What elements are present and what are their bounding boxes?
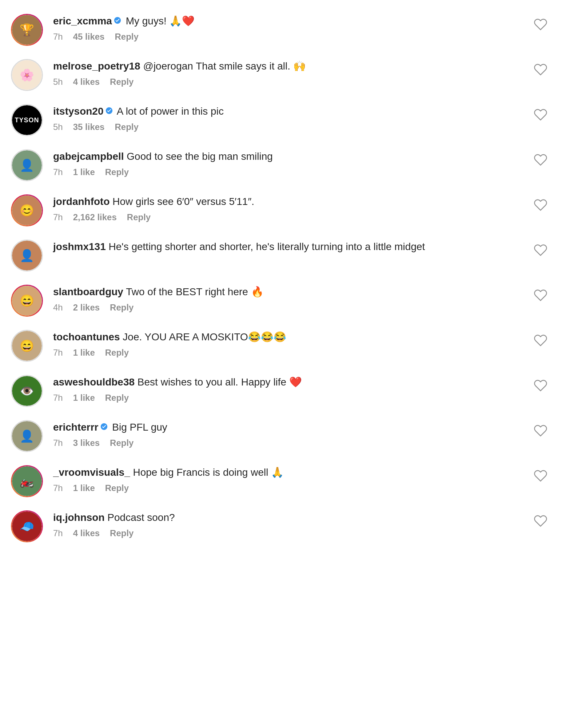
comment-content: melrose_poetry18 @joerogan That smile sa… xyxy=(53,59,540,87)
username[interactable]: erichterrr xyxy=(53,422,99,433)
comment-time: 7h xyxy=(53,212,63,222)
reply-button[interactable]: Reply xyxy=(115,122,138,132)
like-button[interactable] xyxy=(534,514,547,529)
reply-button[interactable]: Reply xyxy=(127,212,151,222)
comment-body: Two of the BEST right here 🔥 xyxy=(123,286,264,297)
comment-likes: 2 likes xyxy=(73,302,100,313)
comment-time: 7h xyxy=(53,393,63,403)
reply-button[interactable]: Reply xyxy=(110,302,133,313)
username[interactable]: melrose_poetry18 xyxy=(53,60,140,72)
like-button[interactable] xyxy=(534,469,547,484)
comment-item: TYSONitstyson20 A lot of power in this p… xyxy=(0,98,562,143)
comment-likes: 1 like xyxy=(73,167,95,177)
comment-likes: 4 likes xyxy=(73,528,100,538)
username[interactable]: joshmx131 xyxy=(53,241,106,252)
verified-badge xyxy=(105,107,113,115)
comment-text: gabejcampbell Good to see the big man sm… xyxy=(53,149,540,163)
comment-item: 👤gabejcampbell Good to see the big man s… xyxy=(0,143,562,188)
reply-button[interactable]: Reply xyxy=(105,393,129,403)
reply-button[interactable]: Reply xyxy=(110,77,133,87)
comment-body: Big PFL guy xyxy=(109,422,167,433)
comment-time: 4h xyxy=(53,302,63,313)
avatar[interactable]: 😊 xyxy=(11,194,43,226)
comment-content: itstyson20 A lot of power in this pic5h3… xyxy=(53,104,540,132)
comment-text: slantboardguy Two of the BEST right here… xyxy=(53,285,540,299)
like-button[interactable] xyxy=(534,288,547,304)
comment-meta: 7h2,162 likesReply xyxy=(53,212,540,222)
comment-body: A lot of power in this pic xyxy=(115,106,224,117)
avatar[interactable]: 😄 xyxy=(11,285,43,317)
like-button[interactable] xyxy=(534,153,547,168)
username[interactable]: itstyson20 xyxy=(53,106,104,117)
comment-meta: 7h3 likesReply xyxy=(53,438,540,448)
comment-content: _vroomvisuals_ Hope big Francis is doing… xyxy=(53,465,540,493)
reply-button[interactable]: Reply xyxy=(110,528,133,538)
comment-item: 🏆eric_xcmma My guys! 🙏❤️7h45 likesReply xyxy=(0,7,562,52)
reply-button[interactable]: Reply xyxy=(105,167,129,177)
comment-likes: 2,162 likes xyxy=(73,212,117,222)
comment-content: jordanhfoto How girls see 6′0″ versus 5′… xyxy=(53,194,540,222)
comment-likes: 4 likes xyxy=(73,77,100,87)
comment-text: erichterrr Big PFL guy xyxy=(53,420,540,434)
comment-content: slantboardguy Two of the BEST right here… xyxy=(53,285,540,313)
username[interactable]: jordanhfoto xyxy=(53,196,110,207)
comment-body: He's getting shorter and shorter, he's l… xyxy=(106,241,425,252)
comment-item: 👁️asweshouldbe38 Best wishes to you all.… xyxy=(0,368,562,414)
comment-text: jordanhfoto How girls see 6′0″ versus 5′… xyxy=(53,194,540,209)
comment-content: tochoantunes Joe. YOU ARE A MOSKITO😂😂😂7h… xyxy=(53,330,540,358)
username[interactable]: asweshouldbe38 xyxy=(53,376,135,388)
comment-text: itstyson20 A lot of power in this pic xyxy=(53,104,540,118)
comment-meta: 7h4 likesReply xyxy=(53,528,540,538)
comment-item: 😄tochoantunes Joe. YOU ARE A MOSKITO😂😂😂7… xyxy=(0,323,562,368)
username[interactable]: tochoantunes xyxy=(53,331,120,343)
like-button[interactable] xyxy=(534,333,547,349)
avatar[interactable]: 🧢 xyxy=(11,510,43,542)
comment-time: 7h xyxy=(53,348,63,358)
comment-likes: 1 like xyxy=(73,393,95,403)
avatar[interactable]: 👁️ xyxy=(11,375,43,407)
reply-button[interactable]: Reply xyxy=(115,32,138,42)
comment-likes: 1 like xyxy=(73,483,95,493)
comment-time: 7h xyxy=(53,528,63,538)
avatar[interactable]: 👤 xyxy=(11,240,43,272)
avatar[interactable]: 🏍️ xyxy=(11,465,43,497)
comment-meta: 5h35 likesReply xyxy=(53,122,540,132)
username[interactable]: iq.johnson xyxy=(53,512,105,523)
comment-text: _vroomvisuals_ Hope big Francis is doing… xyxy=(53,465,540,479)
like-button[interactable] xyxy=(534,17,547,33)
like-button[interactable] xyxy=(534,108,547,123)
avatar[interactable]: TYSON xyxy=(11,104,43,136)
reply-button[interactable]: Reply xyxy=(105,348,129,358)
username[interactable]: _vroomvisuals_ xyxy=(53,467,130,478)
comment-likes: 1 like xyxy=(73,348,95,358)
username[interactable]: slantboardguy xyxy=(53,286,123,297)
comment-meta: 7h1 likeReply xyxy=(53,483,540,493)
comment-meta: 7h1 likeReply xyxy=(53,348,540,358)
avatar[interactable]: 😄 xyxy=(11,330,43,362)
comment-body: Good to see the big man smiling xyxy=(124,151,273,162)
comment-item: 🏍️_vroomvisuals_ Hope big Francis is doi… xyxy=(0,459,562,504)
comment-likes: 35 likes xyxy=(73,122,105,132)
like-button[interactable] xyxy=(534,379,547,394)
avatar[interactable]: 👤 xyxy=(11,420,43,452)
comment-content: eric_xcmma My guys! 🙏❤️7h45 likesReply xyxy=(53,14,540,42)
comment-text: iq.johnson Podcast soon? xyxy=(53,510,540,525)
reply-button[interactable]: Reply xyxy=(110,438,133,448)
like-button[interactable] xyxy=(534,243,547,258)
like-button[interactable] xyxy=(534,198,547,213)
username[interactable]: eric_xcmma xyxy=(53,15,112,27)
comments-list: 🏆eric_xcmma My guys! 🙏❤️7h45 likesReply … xyxy=(0,7,562,549)
reply-button[interactable]: Reply xyxy=(105,483,129,493)
like-button[interactable] xyxy=(534,63,547,78)
avatar[interactable]: 👤 xyxy=(11,149,43,181)
username[interactable]: gabejcampbell xyxy=(53,151,124,162)
comment-meta: 5h4 likesReply xyxy=(53,77,540,87)
avatar[interactable]: 🏆 xyxy=(11,14,43,46)
like-button[interactable] xyxy=(534,424,547,439)
avatar[interactable]: 🌸 xyxy=(11,59,43,91)
comment-item: 🌸melrose_poetry18 @joerogan That smile s… xyxy=(0,52,562,98)
comment-content: erichterrr Big PFL guy7h3 likesReply xyxy=(53,420,540,448)
comment-body: Podcast soon? xyxy=(105,512,175,523)
comment-time: 7h xyxy=(53,438,63,448)
comment-time: 5h xyxy=(53,122,63,132)
